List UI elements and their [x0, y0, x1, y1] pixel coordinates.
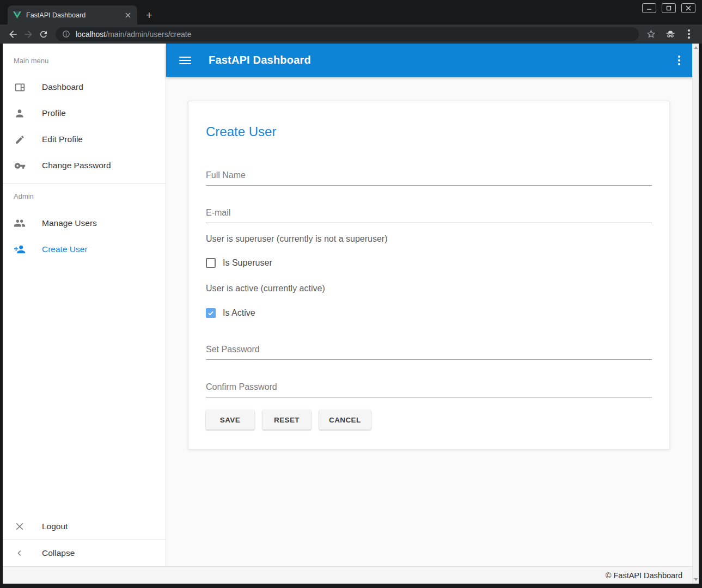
page-body: Main menu Dashboard Profile — [3, 44, 699, 584]
email-input[interactable] — [206, 208, 652, 223]
sidebar-item-manage-users[interactable]: Manage Users — [3, 210, 166, 236]
create-user-card: Create User User is superuser (currently… — [188, 101, 670, 450]
full-name-input[interactable] — [206, 170, 652, 186]
site-footer: © FastAPI Dashboard — [3, 566, 699, 584]
sidebar-item-edit-profile[interactable]: Edit Profile — [3, 126, 166, 152]
window-controls — [642, 3, 695, 13]
sidebar-item-label: Change Password — [42, 161, 111, 170]
tab-title: FastAPI Dashboard — [26, 11, 123, 19]
checkbox-label: Is Superuser — [223, 258, 272, 268]
key-icon — [14, 160, 26, 171]
url-host: localhost — [76, 30, 106, 39]
hamburger-menu-icon[interactable] — [179, 57, 191, 64]
copyright-text: © FastAPI Dashboard — [606, 571, 682, 580]
person-add-icon — [14, 243, 26, 255]
close-window-button[interactable] — [681, 3, 695, 13]
sidebar-item-label: Logout — [42, 522, 68, 531]
browser-menu-kebab-icon[interactable] — [681, 27, 697, 42]
sidebar-item-change-password[interactable]: Change Password — [3, 152, 166, 179]
incognito-icon — [663, 27, 678, 42]
sidebar-item-profile[interactable]: Profile — [3, 100, 166, 126]
new-tab-button[interactable]: + — [142, 8, 157, 23]
site-info-icon[interactable] — [62, 30, 70, 38]
is-active-checkbox[interactable]: Is Active — [206, 308, 652, 318]
sidebar-item-label: Edit Profile — [42, 134, 83, 144]
reload-icon[interactable] — [36, 27, 51, 42]
set-password-input[interactable] — [206, 345, 652, 360]
close-icon — [14, 520, 26, 532]
sidebar-divider — [3, 183, 166, 183]
is-superuser-checkbox[interactable]: Is Superuser — [206, 258, 652, 268]
forward-icon[interactable] — [21, 27, 36, 42]
sidebar-item-logout[interactable]: Logout — [3, 513, 166, 540]
app-bar: FastAPI Dashboard — [166, 44, 699, 77]
superuser-helper-text: User is superuser (currently is not a su… — [206, 234, 652, 244]
cancel-button[interactable]: CANCEL — [319, 410, 371, 430]
vue-favicon-icon — [13, 11, 21, 19]
dashboard-icon — [14, 81, 26, 93]
save-button[interactable]: SAVE — [206, 410, 254, 430]
sidebar-item-create-user[interactable]: Create User — [3, 236, 166, 262]
scroll-up-icon[interactable] — [694, 46, 698, 49]
browser-toolbar: localhost/main/admin/users/create — [0, 24, 702, 44]
reset-button[interactable]: RESET — [263, 410, 311, 430]
browser-window: FastAPI Dashboard + — [0, 0, 702, 588]
tab-close-icon[interactable] — [123, 10, 133, 20]
sidebar-item-label: Dashboard — [42, 82, 83, 92]
minimize-button[interactable] — [642, 3, 656, 13]
people-icon — [14, 217, 26, 229]
person-icon — [14, 107, 26, 119]
sidebar-section-admin: Admin — [3, 191, 166, 202]
titlebar: FastAPI Dashboard + — [0, 0, 702, 24]
appbar-kebab-icon[interactable] — [673, 54, 686, 67]
sidebar: Main menu Dashboard Profile — [3, 44, 166, 566]
back-icon[interactable] — [5, 27, 21, 42]
checkbox-unchecked-icon[interactable] — [206, 258, 216, 268]
active-helper-text: User is active (currently active) — [206, 284, 652, 293]
form-buttons: SAVE RESET CANCEL — [206, 410, 652, 430]
checkbox-label: Is Active — [223, 308, 255, 318]
pencil-icon — [14, 133, 26, 145]
appbar-title: FastAPI Dashboard — [209, 54, 311, 66]
chevron-left-icon — [14, 547, 26, 559]
sidebar-item-label: Profile — [42, 108, 66, 118]
bookmark-star-icon[interactable] — [643, 27, 658, 42]
sidebar-item-label: Create User — [42, 244, 88, 254]
url-path: /main/admin/users/create — [106, 30, 191, 39]
sidebar-item-collapse[interactable]: Collapse — [3, 540, 166, 566]
scroll-down-icon[interactable] — [694, 578, 698, 581]
main-content: FastAPI Dashboard Create User User is su… — [166, 44, 699, 566]
browser-tab[interactable]: FastAPI Dashboard — [8, 5, 137, 24]
checkbox-checked-icon[interactable] — [206, 308, 216, 318]
page-scrollbar[interactable] — [692, 44, 699, 584]
confirm-password-input[interactable] — [206, 382, 652, 397]
address-bar[interactable]: localhost/main/admin/users/create — [56, 27, 639, 41]
maximize-button[interactable] — [662, 3, 676, 13]
sidebar-item-label: Manage Users — [42, 218, 97, 228]
sidebar-item-label: Collapse — [42, 548, 75, 558]
sidebar-item-dashboard[interactable]: Dashboard — [3, 74, 166, 100]
url-text: localhost/main/admin/users/create — [76, 30, 191, 39]
page-title: Create User — [206, 124, 652, 139]
sidebar-section-main-menu: Main menu — [3, 56, 166, 66]
